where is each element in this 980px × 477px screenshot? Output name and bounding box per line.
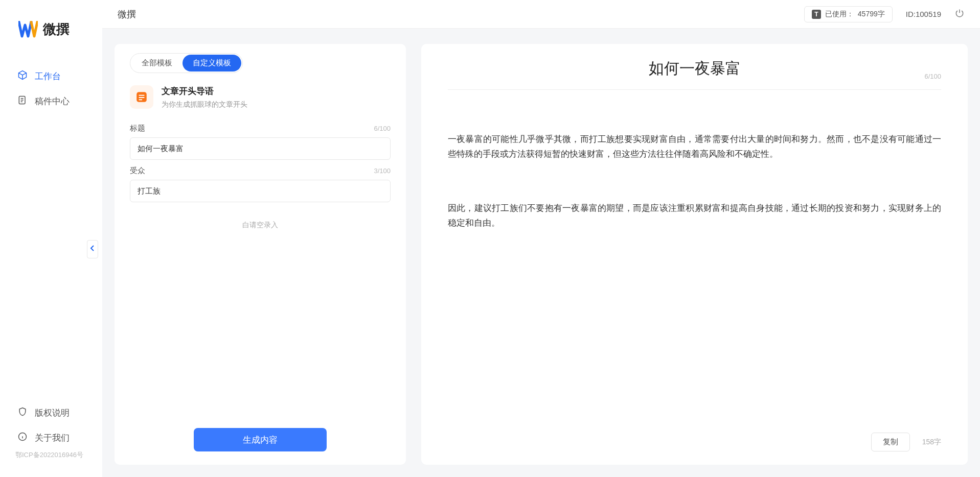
template-meta: 文章开头导语 为你生成抓眼球的文章开头 bbox=[162, 85, 247, 109]
sidebar-collapse-toggle[interactable] bbox=[87, 240, 98, 258]
sidebar-item-drafts[interactable]: 稿件中心 bbox=[0, 89, 102, 114]
usage-value: 45799字 bbox=[858, 10, 885, 19]
user-id: ID:100519 bbox=[906, 10, 941, 18]
field-audience-label: 受众 bbox=[130, 166, 145, 176]
doc-title: 如何一夜暴富 bbox=[649, 58, 741, 79]
logo-icon bbox=[18, 21, 38, 38]
output-panel: 如何一夜暴富 6/100 一夜暴富的可能性几乎微乎其微，而打工族想要实现财富自由… bbox=[421, 44, 968, 465]
template-title: 文章开头导语 bbox=[162, 85, 247, 97]
sidebar-item-label: 稿件中心 bbox=[35, 96, 70, 107]
field-title-count: 6/100 bbox=[374, 125, 391, 132]
generate-button[interactable]: 生成内容 bbox=[194, 428, 327, 451]
sidebar-item-label: 关于我们 bbox=[35, 432, 70, 444]
audience-input[interactable] bbox=[130, 180, 391, 202]
copy-button[interactable]: 复制 bbox=[871, 433, 910, 451]
doc-paragraph: 因此，建议打工族们不要抱有一夜暴富的期望，而是应该注重积累财富和提高自身技能，通… bbox=[448, 201, 941, 231]
doc-title-row: 如何一夜暴富 6/100 bbox=[448, 58, 941, 90]
header-right: T 已使用： 45799字 ID:100519 bbox=[804, 6, 965, 22]
power-button[interactable] bbox=[954, 8, 965, 20]
svg-rect-4 bbox=[139, 97, 145, 98]
word-count: 158字 bbox=[922, 438, 941, 447]
svg-rect-3 bbox=[139, 95, 145, 96]
title-input[interactable] bbox=[130, 137, 391, 160]
field-audience-count: 3/100 bbox=[374, 167, 391, 175]
usage-label: 已使用： bbox=[825, 10, 854, 19]
field-audience: 受众 3/100 bbox=[130, 166, 391, 202]
svg-rect-5 bbox=[139, 99, 143, 100]
chevron-left-icon bbox=[90, 245, 95, 254]
sidebar: 微撰 工作台 稿件中心 bbox=[0, 0, 102, 477]
logo-text: 微撰 bbox=[43, 20, 70, 38]
page-title: 微撰 bbox=[118, 8, 136, 20]
doc-footer: 复制 158字 bbox=[448, 433, 941, 451]
sidebar-footer: 版权说明 关于我们 鄂ICP备2022016946号 bbox=[0, 400, 102, 477]
template-panel: 全部模板 自定义模板 文章开头导语 为你生成抓眼球的文章开头 标题 6/100 bbox=[115, 44, 406, 465]
icp-text: 鄂ICP备2022016946号 bbox=[0, 450, 102, 467]
doc-paragraph: 一夜暴富的可能性几乎微乎其微，而打工族想要实现财富自由，通常需要付出大量的时间和… bbox=[448, 132, 941, 162]
sidebar-item-about[interactable]: 关于我们 bbox=[0, 425, 102, 450]
sidebar-item-label: 工作台 bbox=[35, 70, 61, 82]
sidebar-nav: 工作台 稿件中心 bbox=[0, 54, 102, 400]
field-title: 标题 6/100 bbox=[130, 124, 391, 160]
sidebar-item-label: 版权说明 bbox=[35, 407, 70, 419]
header-bar: 微撰 T 已使用： 45799字 ID:100519 bbox=[102, 0, 980, 29]
template-tabs: 全部模板 自定义模板 bbox=[130, 53, 243, 73]
field-title-label: 标题 bbox=[130, 124, 145, 133]
template-icon bbox=[130, 85, 153, 109]
tab-custom-templates[interactable]: 自定义模板 bbox=[183, 55, 241, 71]
power-icon bbox=[954, 8, 965, 20]
sidebar-item-copyright[interactable]: 版权说明 bbox=[0, 400, 102, 425]
template-card: 文章开头导语 为你生成抓眼球的文章开头 bbox=[130, 82, 391, 122]
shield-icon bbox=[17, 407, 28, 419]
sidebar-item-workbench[interactable]: 工作台 bbox=[0, 64, 102, 89]
doc-title-count: 6/100 bbox=[924, 73, 941, 80]
doc-body: 一夜暴富的可能性几乎微乎其微，而打工族想要实现财富自由，通常需要付出大量的时间和… bbox=[448, 90, 941, 270]
template-desc: 为你生成抓眼球的文章开头 bbox=[162, 100, 247, 109]
info-icon bbox=[17, 432, 28, 444]
user-id-value: 100519 bbox=[916, 10, 941, 18]
empty-hint: 白请空录入 bbox=[130, 221, 391, 230]
tab-all-templates[interactable]: 全部模板 bbox=[131, 55, 183, 71]
main-content: 全部模板 自定义模板 文章开头导语 为你生成抓眼球的文章开头 标题 6/100 bbox=[102, 29, 980, 477]
cube-icon bbox=[17, 70, 28, 83]
usage-badge[interactable]: T 已使用： 45799字 bbox=[804, 6, 893, 22]
doc-list-icon bbox=[17, 95, 28, 108]
logo: 微撰 bbox=[0, 0, 102, 54]
user-id-label: ID: bbox=[906, 10, 916, 18]
text-count-icon: T bbox=[812, 10, 821, 19]
